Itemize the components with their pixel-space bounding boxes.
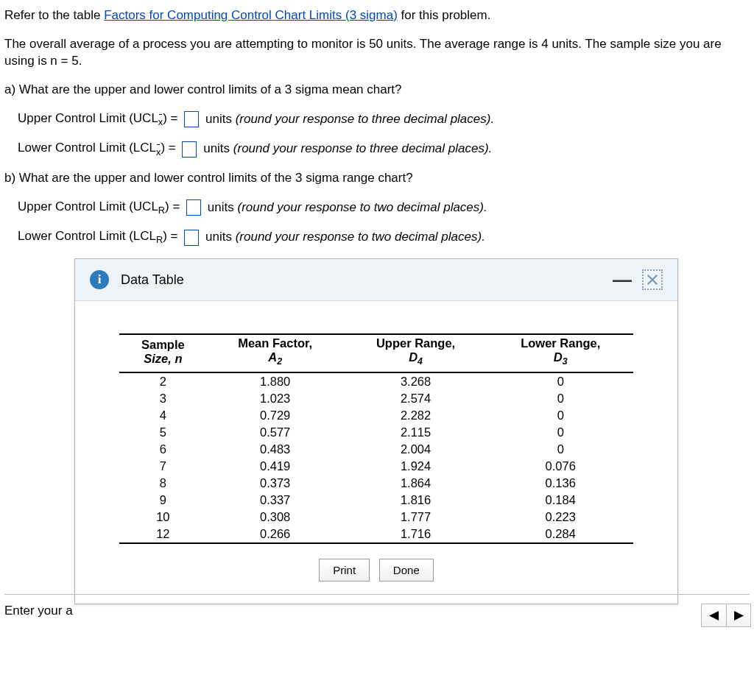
round-note: (round your response to two decimal plac… xyxy=(237,200,487,214)
table-row: 90.3371.8160.184 xyxy=(119,492,633,509)
round-note: (round your response to three decimal pl… xyxy=(233,141,493,155)
cell-d4: 1.777 xyxy=(344,509,488,526)
cell-a2: 0.337 xyxy=(207,492,344,509)
pager: ◀ ▶ xyxy=(701,604,751,627)
refer-pre: Refer to the table xyxy=(4,8,104,22)
table-row: 50.5772.1150 xyxy=(119,424,633,441)
cell-n: 8 xyxy=(119,475,207,492)
part-a-prompt: a) What are the upper and lower control … xyxy=(4,82,750,99)
cell-n: 10 xyxy=(119,509,207,526)
refer-post: for this problem. xyxy=(398,8,491,22)
cell-n: 2 xyxy=(119,372,207,390)
cell-a2: 1.023 xyxy=(207,390,344,407)
cell-d4: 3.268 xyxy=(344,372,488,390)
enter-answer-text: Enter your a xyxy=(4,604,73,618)
ucl-x-label: Upper Control Limit (UCLx) = xyxy=(18,110,178,129)
lcl-r-row: Lower Control Limit (LCLR) = units (roun… xyxy=(18,228,750,247)
cell-d4: 1.816 xyxy=(344,492,488,509)
cell-n: 5 xyxy=(119,424,207,441)
lcl-r-label: Lower Control Limit (LCLR) = xyxy=(18,228,178,247)
minimize-icon[interactable]: — xyxy=(613,276,632,283)
col-mean-factor: Mean Factor, A2 xyxy=(207,334,344,371)
cell-d3: 0.076 xyxy=(488,458,633,475)
cell-n: 3 xyxy=(119,390,207,407)
ucl-r-label: Upper Control Limit (UCLR) = xyxy=(18,199,180,217)
cell-a2: 0.266 xyxy=(207,526,344,543)
cell-d4: 2.115 xyxy=(344,424,488,441)
cell-d3: 0 xyxy=(488,407,633,424)
col-upper-range: Upper Range, D4 xyxy=(344,334,488,371)
table-row: 60.4832.0040 xyxy=(119,441,633,458)
ucl-r-input[interactable] xyxy=(186,199,201,216)
cell-a2: 0.729 xyxy=(207,407,344,424)
cell-d3: 0.136 xyxy=(488,475,633,492)
cell-d3: 0.223 xyxy=(488,509,633,526)
cell-n: 9 xyxy=(119,492,207,509)
cell-d4: 1.716 xyxy=(344,526,488,543)
ucl-r-row: Upper Control Limit (UCLR) = units (roun… xyxy=(18,199,750,217)
cell-d3: 0.184 xyxy=(488,492,633,509)
units-text: units xyxy=(205,230,236,244)
factors-table: Sample Size, n Mean Factor, A2 Upper Ran… xyxy=(119,333,633,543)
table-row: 40.7292.2820 xyxy=(119,407,633,424)
lcl-x-input[interactable] xyxy=(182,141,197,158)
units-text: units xyxy=(208,200,238,214)
modal-buttons: Print Done xyxy=(119,544,633,589)
ucl-x-input[interactable] xyxy=(184,111,199,127)
cell-a2: 1.880 xyxy=(207,372,344,390)
cell-d3: 0 xyxy=(488,372,633,390)
col-sample-size: Sample Size, n xyxy=(119,334,207,371)
ucl-x-row: Upper Control Limit (UCLx) = units (roun… xyxy=(18,110,750,129)
cell-d4: 2.282 xyxy=(344,407,488,424)
part-b-prompt: b) What are the upper and lower control … xyxy=(4,170,750,187)
modal-body: Sample Size, n Mean Factor, A2 Upper Ran… xyxy=(75,301,677,603)
cell-n: 12 xyxy=(119,526,207,543)
cell-a2: 0.373 xyxy=(207,475,344,492)
x-bar-sub: x xyxy=(158,116,163,128)
table-row: 21.8803.2680 xyxy=(119,372,633,390)
cell-n: 4 xyxy=(119,407,207,424)
col-lower-range: Lower Range, D3 xyxy=(488,334,633,371)
r-sub: R xyxy=(158,205,165,216)
r-sub: R xyxy=(156,235,163,246)
table-row: 120.2661.7160.284 xyxy=(119,526,633,543)
cell-a2: 0.483 xyxy=(207,441,344,458)
info-icon: i xyxy=(90,270,109,289)
round-note: (round your response to two decimal plac… xyxy=(236,230,485,244)
cell-a2: 0.308 xyxy=(207,509,344,526)
done-button[interactable]: Done xyxy=(379,559,434,581)
table-row: 70.4191.9240.076 xyxy=(119,458,633,475)
factors-table-link[interactable]: Factors for Computing Control Chart Limi… xyxy=(104,8,398,22)
modal-title: Data Table xyxy=(121,272,184,288)
units-text: units xyxy=(205,112,236,126)
next-button[interactable]: ▶ xyxy=(726,604,751,627)
cell-a2: 0.577 xyxy=(207,424,344,441)
cell-d4: 2.574 xyxy=(344,390,488,407)
cell-d3: 0 xyxy=(488,424,633,441)
lcl-x-label: Lower Control Limit (LCLx) = xyxy=(18,140,176,158)
cell-a2: 0.419 xyxy=(207,458,344,475)
cell-n: 7 xyxy=(119,458,207,475)
footer-bar: Enter your a ◀ ▶ xyxy=(4,594,750,629)
refer-line: Refer to the table Factors for Computing… xyxy=(4,7,750,24)
print-button[interactable]: Print xyxy=(319,559,370,581)
cell-d4: 1.924 xyxy=(344,458,488,475)
close-icon[interactable] xyxy=(642,269,663,290)
units-text: units xyxy=(203,141,233,155)
round-note: (round your response to three decimal pl… xyxy=(236,112,495,126)
prev-button[interactable]: ◀ xyxy=(701,604,726,627)
cell-d4: 2.004 xyxy=(344,441,488,458)
x-bar-sub: x xyxy=(156,146,161,158)
table-row: 100.3081.7770.223 xyxy=(119,509,633,526)
setup-text: The overall average of a process you are… xyxy=(4,36,750,70)
cell-d3: 0 xyxy=(488,390,633,407)
data-table-modal: i Data Table — Sample Size, n Mean Facto… xyxy=(74,258,678,604)
table-row: 31.0232.5740 xyxy=(119,390,633,407)
cell-d3: 0 xyxy=(488,441,633,458)
modal-header: i Data Table — xyxy=(75,259,677,301)
cell-d4: 1.864 xyxy=(344,475,488,492)
lcl-x-row: Lower Control Limit (LCLx) = units (roun… xyxy=(18,140,750,158)
table-row: 80.3731.8640.136 xyxy=(119,475,633,492)
lcl-r-input[interactable] xyxy=(184,230,199,246)
cell-n: 6 xyxy=(119,441,207,458)
